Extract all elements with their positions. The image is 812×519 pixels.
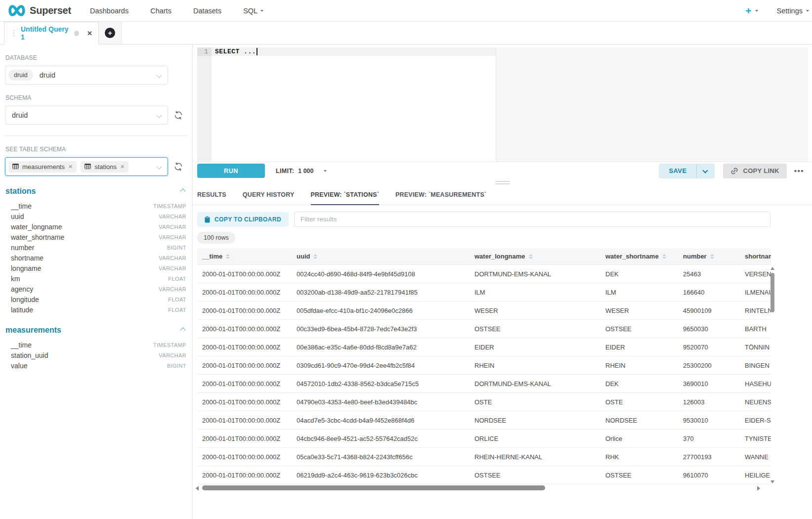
remove-chip-icon[interactable]: ✕	[120, 164, 125, 170]
pane-resize-handle[interactable]	[193, 179, 812, 185]
nav-item-dashboards[interactable]: Dashboards	[90, 7, 128, 15]
nav-item-label: Dashboards	[90, 7, 128, 15]
add-tab-button[interactable]: +	[99, 22, 122, 44]
sqllab-sidebar: DATABASE druid druid SCHEMA druid	[0, 44, 193, 519]
table-cell: Orlice	[600, 430, 678, 447]
column-header-water_longname[interactable]: water_longname	[470, 248, 600, 264]
table-cell: 2000-01-01T00:00:00.000Z	[197, 411, 292, 429]
scroll-left-icon[interactable]	[196, 486, 199, 491]
table-chip-measurements[interactable]: measurements✕	[8, 161, 77, 173]
schema-column-row: numberBIGINT	[5, 242, 187, 253]
table-cell: BINGEN	[740, 356, 771, 374]
column-header-water_shortname[interactable]: water_shortname	[600, 248, 678, 264]
nav-item-label: SQL	[243, 7, 257, 15]
vertical-scroll-thumb[interactable]	[770, 273, 774, 312]
column-header-label: shortname	[745, 253, 771, 260]
results-tab-0[interactable]: RESULTS	[197, 191, 226, 205]
schema-table-name: stations	[5, 187, 36, 196]
table-cell: 25300200	[678, 356, 740, 374]
save-dropdown-button[interactable]	[697, 164, 715, 178]
schema-column-row: __timeTIMESTAMP	[5, 201, 187, 211]
refresh-tables-icon[interactable]	[174, 162, 183, 171]
column-name: __time	[11, 202, 32, 210]
column-name: uuid	[11, 213, 24, 220]
column-type: VARCHAR	[159, 265, 186, 271]
sort-icon	[662, 254, 666, 259]
table-cell: OSTE	[600, 393, 678, 411]
scroll-up-icon[interactable]	[770, 267, 774, 270]
caret-down-icon	[755, 10, 758, 12]
schema-select[interactable]: druid	[5, 106, 168, 125]
table-chips: measurements✕stations✕	[8, 161, 132, 173]
table-cell: 25463	[678, 265, 740, 283]
column-header-number[interactable]: number	[678, 248, 740, 264]
column-header-uuid[interactable]: uuid	[292, 248, 470, 264]
column-type: VARCHAR	[159, 286, 186, 292]
table-cell: TÖNNIN	[740, 338, 771, 356]
table-row: 2000-01-01T00:00:00.000Z05ca0e33-5c71-43…	[197, 448, 771, 466]
table-cell: 2000-01-01T00:00:00.000Z	[197, 393, 292, 411]
database-select[interactable]: druid druid	[5, 66, 168, 85]
text-cursor	[256, 48, 257, 55]
chevron-down-icon	[156, 112, 162, 118]
results-tab-1[interactable]: QUERY HISTORY	[243, 191, 295, 205]
settings-menu[interactable]: Settings	[777, 7, 809, 15]
column-name: water_shortname	[11, 233, 64, 241]
table-cell: ILM	[470, 283, 600, 301]
remove-chip-icon[interactable]: ✕	[68, 164, 73, 170]
column-name: agency	[11, 285, 33, 293]
chevron-up-icon	[180, 327, 185, 333]
table-cell: 00c33ed9-6bea-45b4-8728-7edc7e43e2f3	[292, 320, 470, 338]
table-cell: 45900109	[678, 302, 740, 319]
limit-dropdown[interactable]: LIMIT: 1 000	[276, 168, 327, 174]
refresh-schema-icon[interactable]	[174, 111, 183, 120]
table-cell: 2000-01-01T00:00:00.000Z	[197, 375, 292, 392]
filter-results-input[interactable]	[294, 212, 770, 227]
horizontal-scrollbar[interactable]	[197, 485, 771, 491]
column-header-__time[interactable]: __time	[197, 248, 292, 264]
table-cell: 2000-01-01T00:00:00.000Z	[197, 338, 292, 356]
table-chip-stations[interactable]: stations✕	[81, 161, 128, 173]
nav-item-charts[interactable]: Charts	[150, 7, 171, 15]
sort-icon	[313, 254, 317, 259]
nav-item-sql[interactable]: SQL	[243, 7, 263, 15]
table-cell: 06219dd9-a2c4-463c-9619-623b3c026cbc	[292, 466, 470, 484]
scroll-right-icon[interactable]	[757, 486, 760, 491]
scroll-down-icon[interactable]	[770, 480, 774, 483]
copy-to-clipboard-button[interactable]: COPY TO CLIPBOARD	[197, 212, 289, 227]
table-cell: 166640	[678, 283, 740, 301]
sql-editor[interactable]: 1 SELECT ...	[193, 44, 812, 162]
copy-link-button[interactable]: COPY LINK	[723, 164, 786, 178]
results-tab-2[interactable]: PREVIEW: `STATIONS`	[311, 191, 380, 205]
table-chip-label: stations	[94, 163, 117, 171]
save-button[interactable]: SAVE	[659, 164, 696, 178]
table-cell: EIDER	[470, 338, 600, 356]
run-button[interactable]: RUN	[197, 164, 265, 178]
table-schema-select[interactable]: measurements✕stations✕	[5, 157, 168, 176]
more-options-button[interactable]: •••	[794, 167, 804, 175]
table-cell: 2000-01-01T00:00:00.000Z	[197, 320, 292, 338]
table-cell: 9520070	[678, 338, 740, 356]
superset-logo[interactable]: Superset	[7, 4, 71, 17]
chevron-up-icon	[180, 188, 185, 194]
horizontal-scroll-thumb[interactable]	[202, 485, 545, 490]
table-cell: TYNISTE	[740, 430, 771, 447]
schema-column-row: longitudeFLOAT	[5, 294, 187, 304]
copy-to-clipboard-label: COPY TO CLIPBOARD	[214, 216, 281, 223]
nav-menu: DashboardsChartsDatasetsSQL	[90, 7, 263, 15]
schema-label: SCHEMA	[5, 94, 187, 101]
table-cell: 0309cd61-90c9-470e-99d4-2ee4fb2c5f84	[292, 356, 470, 374]
table-cell: 04cbc946-8ee9-4521-ac52-557642cad52c	[292, 430, 470, 447]
schema-section-stations[interactable]: stations	[5, 187, 187, 196]
schema-section-measurements[interactable]: measurements	[5, 326, 187, 335]
query-tab[interactable]: ⋮ Untitled Query 1 ✕	[4, 22, 99, 44]
nav-item-datasets[interactable]: Datasets	[193, 7, 221, 15]
column-type: BIGINT	[167, 245, 186, 251]
vertical-scrollbar[interactable]	[770, 266, 775, 484]
close-tab-icon[interactable]: ✕	[87, 30, 92, 37]
new-item-button[interactable]: +	[745, 5, 758, 16]
schema-column-row: longnameVARCHAR	[5, 263, 187, 273]
column-header-shortname[interactable]: shortname	[740, 248, 771, 264]
query-tabbar: ⋮ Untitled Query 1 ✕ +	[0, 22, 812, 44]
results-tab-3[interactable]: PREVIEW: `MEASUREMENTS`	[395, 191, 486, 205]
